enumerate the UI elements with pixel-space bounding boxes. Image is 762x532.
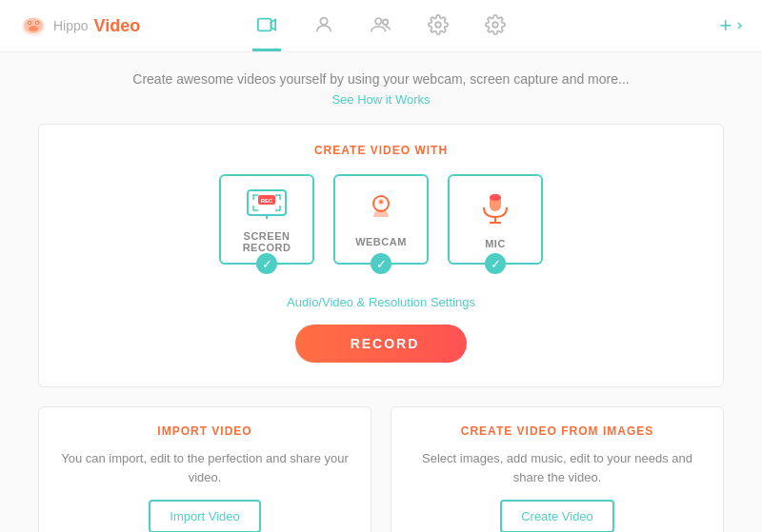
import-video-card: IMPORT VIDEO You can import, edit to the… (38, 406, 371, 532)
svg-text:REC: REC (261, 198, 273, 204)
create-video-card: CREATE VIDEO WITH REC (38, 124, 724, 387)
main-nav (252, 0, 510, 51)
bottom-row: IMPORT VIDEO You can import, edit to the… (38, 406, 724, 532)
options-row: REC SCREEN RECORD ✓ (68, 174, 694, 276)
option-mic[interactable]: MIC ✓ (448, 174, 543, 265)
nav-item-person1[interactable] (310, 0, 338, 51)
svg-point-8 (320, 17, 327, 24)
settings-link[interactable]: Audio/Video & Resolution Settings (68, 295, 694, 309)
mic-icon (478, 190, 512, 232)
svg-point-5 (29, 22, 30, 24)
hippo-icon (19, 11, 48, 40)
create-video-button[interactable]: Create Video (500, 500, 614, 532)
import-video-desc: You can import, edit to the perfection a… (58, 449, 351, 486)
svg-point-4 (29, 26, 38, 31)
webcam-icon (362, 192, 400, 230)
record-label: RECORD (351, 336, 420, 351)
create-from-images-card: CREATE VIDEO FROM IMAGES Select images, … (391, 406, 724, 532)
main-content: Create awesome videos yourself by using … (0, 52, 762, 532)
nav-item-person2[interactable] (367, 0, 395, 51)
import-video-title: IMPORT VIDEO (58, 424, 351, 438)
screen-record-icon: REC (246, 187, 288, 225)
add-button[interactable]: + (719, 13, 743, 38)
import-video-button[interactable]: Import Video (149, 500, 260, 532)
header: Hippo Video (0, 0, 762, 52)
page-subtitle: Create awesome videos yourself by using … (38, 71, 724, 87)
svg-rect-24 (490, 194, 501, 201)
see-how-link[interactable]: See How it Works (38, 92, 724, 107)
svg-point-12 (492, 22, 498, 28)
nav-item-settings1[interactable] (424, 0, 452, 51)
screen-record-label: SCREEN RECORD (221, 230, 312, 253)
svg-point-9 (375, 18, 381, 24)
svg-point-20 (380, 200, 383, 203)
mic-label: MIC (485, 238, 506, 249)
option-screen-record[interactable]: REC SCREEN RECORD ✓ (219, 174, 314, 265)
webcam-label: WEBCAM (355, 236, 407, 247)
svg-rect-7 (258, 18, 271, 30)
screen-record-check: ✓ (256, 253, 277, 274)
svg-point-6 (36, 22, 38, 24)
record-button[interactable]: RECORD (295, 325, 467, 363)
logo-hippo-text: Hippo (53, 18, 89, 33)
create-from-images-desc: Select images, add music, edit to your n… (411, 449, 704, 486)
create-from-images-title: CREATE VIDEO FROM IMAGES (411, 424, 704, 438)
svg-point-11 (435, 22, 441, 28)
nav-item-settings2[interactable] (481, 0, 510, 51)
webcam-check: ✓ (371, 253, 391, 274)
mic-check: ✓ (485, 253, 506, 274)
svg-point-10 (383, 19, 389, 25)
nav-item-video[interactable] (252, 0, 281, 51)
option-webcam[interactable]: WEBCAM ✓ (333, 174, 429, 265)
logo: Hippo Video (19, 11, 140, 40)
logo-video-text: Video (94, 16, 141, 36)
create-video-title: CREATE VIDEO WITH (68, 144, 694, 157)
